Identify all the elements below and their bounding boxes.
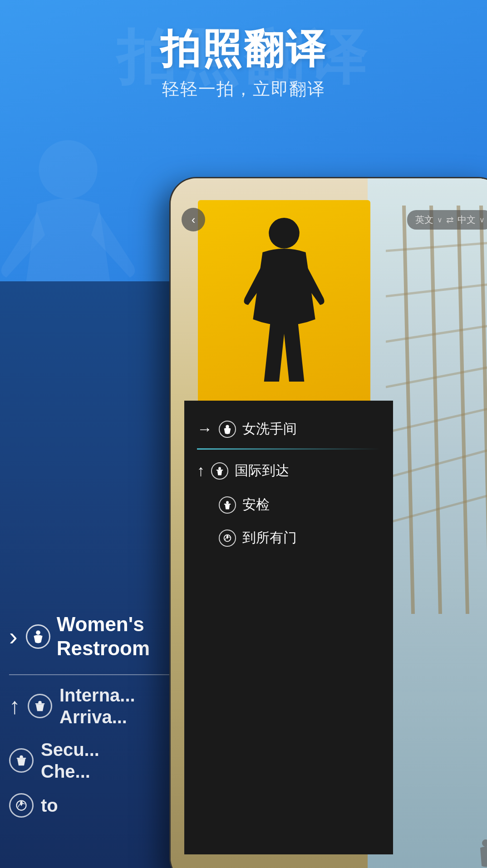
svg-line-9 [458, 206, 467, 614]
svg-rect-21 [216, 470, 223, 471]
to-label: to [41, 794, 58, 816]
intl-cn-text: 国际到达 [235, 461, 289, 480]
svg-rect-5 [17, 758, 26, 759]
black-sign: → 女洗手间 ↑ [184, 401, 393, 854]
gates-cn-icon [219, 530, 236, 547]
security-cn-text: 安检 [242, 495, 270, 514]
phone-topbar: ‹ 英文 ∨ ⇄ 中文 ∨ [171, 204, 487, 235]
lang-from-chevron: ∨ [437, 216, 443, 224]
back-button[interactable]: ‹ [182, 208, 205, 231]
to-icon [9, 793, 34, 818]
restroom-cn-arrow: → [197, 420, 212, 438]
restroom-arrow: › [9, 622, 18, 651]
gates-cn-text: 到所有门 [242, 529, 297, 547]
svg-rect-3 [35, 703, 45, 704]
intl-cn-icon [211, 462, 228, 480]
svg-rect-23 [224, 504, 231, 505]
security-cn-icon [219, 496, 236, 514]
intl-arrow: ↑ [9, 693, 20, 719]
intl-label: Interna...Arriva... [59, 684, 135, 728]
page-subtitle: 轻轻一拍，立即翻译 [0, 78, 487, 101]
intl-icon [28, 694, 52, 718]
phone-screen: → 女洗手间 ↑ [171, 178, 487, 868]
svg-line-8 [431, 206, 440, 614]
sign-divider-1 [197, 448, 380, 450]
svg-point-19 [226, 425, 229, 428]
page-title: 拍照翻译 [160, 27, 327, 71]
svg-line-7 [404, 206, 413, 614]
phone-container: → 女洗手间 ↑ [169, 177, 487, 868]
restroom-cn-text: 女洗手间 [242, 420, 297, 438]
svg-point-22 [226, 501, 229, 504]
bottom-person-icon [477, 839, 487, 868]
lang-from-label[interactable]: 英文 [415, 214, 433, 226]
security-label: Secu...Che... [41, 739, 99, 782]
restroom-cn-icon [219, 421, 236, 438]
swap-languages-icon[interactable]: ⇄ [446, 214, 454, 225]
lang-to-label[interactable]: 中文 [457, 214, 476, 226]
back-icon: ‹ [192, 213, 196, 227]
top-section: 拍照翻译 轻轻一拍，立即翻译 [0, 27, 487, 101]
svg-point-25 [482, 839, 487, 847]
sign-row-gates: 到所有门 [197, 521, 380, 554]
svg-line-13 [386, 324, 487, 342]
restroom-label: Women'sRestroom [57, 613, 150, 661]
svg-line-12 [386, 283, 487, 296]
intl-cn-arrow: ↑ [197, 462, 205, 480]
security-icon [9, 748, 34, 773]
svg-point-20 [218, 467, 221, 470]
phone-outer: → 女洗手间 ↑ [169, 177, 487, 868]
sign-row-restroom: → 女洗手间 [197, 412, 380, 446]
sign-row-security: 安检 [197, 488, 380, 521]
svg-point-1 [36, 630, 40, 635]
lang-to-chevron: ∨ [479, 216, 485, 224]
svg-line-11 [386, 242, 487, 251]
svg-point-0 [39, 140, 97, 199]
language-bar[interactable]: 英文 ∨ ⇄ 中文 ∨ [407, 210, 487, 230]
sign-row-intl: ↑ 国际到达 [197, 453, 380, 488]
restroom-icon [26, 624, 50, 649]
